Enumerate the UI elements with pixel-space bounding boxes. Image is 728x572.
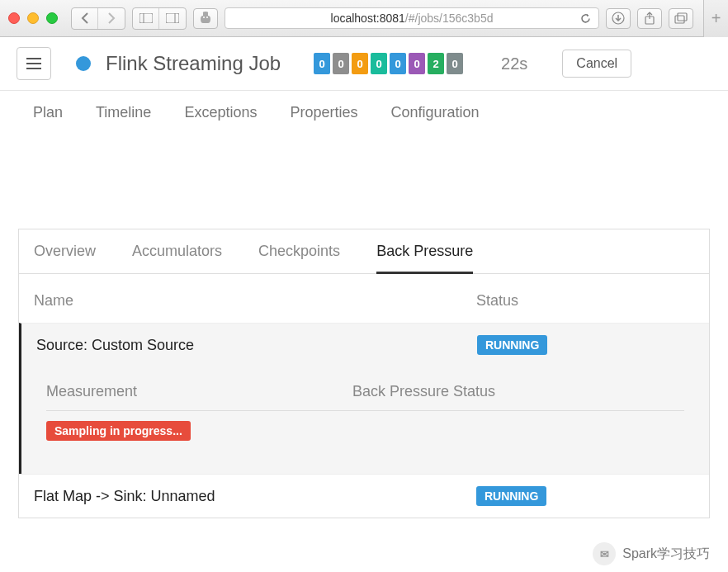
- close-window-icon[interactable]: [8, 12, 20, 24]
- column-status: Status: [476, 292, 694, 310]
- watermark-text: Spark学习技巧: [622, 546, 710, 563]
- browser-toolbar: localhost:8081/#/jobs/156c3b5d +: [0, 0, 728, 37]
- counter-cell: 0: [390, 53, 406, 74]
- menu-button[interactable]: [17, 47, 51, 80]
- watermark: ✉ Spark学习技巧: [593, 542, 710, 565]
- counter-cell: 0: [447, 53, 463, 74]
- inner-col-bp-status: Back Pressure Status: [352, 383, 495, 400]
- column-name: Name: [34, 292, 476, 310]
- job-tab-plan[interactable]: Plan: [33, 104, 63, 121]
- share-icon[interactable]: [637, 8, 662, 29]
- sub-tab-accumulators[interactable]: Accumulators: [132, 243, 222, 273]
- svg-rect-8: [675, 16, 684, 23]
- svg-rect-2: [166, 13, 179, 23]
- app-header: Flink Streaming Job 00000020 22s Cancel: [0, 37, 728, 91]
- sampling-area: Sampling in progress...: [19, 411, 709, 474]
- minimize-window-icon[interactable]: [27, 12, 39, 24]
- status-badge: RUNNING: [476, 486, 546, 506]
- counter-cell: 2: [428, 53, 444, 74]
- inner-col-measurement: Measurement: [46, 383, 352, 400]
- watermark-icon: ✉: [593, 542, 616, 565]
- nav-buttons: [71, 7, 125, 30]
- job-tab-properties[interactable]: Properties: [290, 104, 357, 121]
- svg-rect-0: [139, 13, 153, 23]
- job-title: Flink Streaming Job: [106, 52, 281, 75]
- operator-name: Source: Custom Source: [36, 337, 477, 354]
- sub-tab-checkpoints[interactable]: Checkpoints: [258, 243, 340, 273]
- new-tab-button[interactable]: +: [703, 0, 728, 37]
- counter-cell: 0: [333, 53, 349, 74]
- downloads-icon[interactable]: [606, 8, 631, 29]
- sub-tab-back-pressure[interactable]: Back Pressure: [376, 243, 473, 274]
- url-host: localhost:8081: [331, 12, 405, 25]
- tabs-icon[interactable]: [669, 8, 693, 29]
- job-tabs: PlanTimelineExceptionsPropertiesConfigur…: [0, 91, 728, 135]
- job-tab-exceptions[interactable]: Exceptions: [184, 104, 257, 121]
- operator-subtabs: OverviewAccumulatorsCheckpointsBack Pres…: [19, 229, 709, 274]
- cancel-button[interactable]: Cancel: [562, 50, 631, 78]
- sub-tab-overview[interactable]: Overview: [34, 243, 96, 273]
- counter-cell: 0: [409, 53, 425, 74]
- sidebar-buttons: [132, 7, 187, 30]
- window-controls: [8, 12, 58, 24]
- column-headers: Name Status: [19, 274, 709, 323]
- operator-row[interactable]: Flat Map -> Sink: Unnamed RUNNING: [19, 474, 709, 518]
- task-counters: 00000020: [314, 53, 463, 74]
- svg-point-4: [203, 17, 205, 18]
- inner-column-headers: Measurement Back Pressure Status: [19, 366, 709, 410]
- url-path: /#/jobs/156c3b5d: [405, 12, 494, 25]
- operator-name: Flat Map -> Sink: Unnamed: [34, 488, 476, 505]
- plan-preview-area: [18, 135, 710, 209]
- url-bar[interactable]: localhost:8081/#/jobs/156c3b5d: [225, 7, 599, 29]
- reload-icon[interactable]: [579, 12, 592, 25]
- sampling-badge: Sampling in progress...: [46, 421, 191, 441]
- svg-point-5: [206, 17, 208, 18]
- job-status-dot-icon: [76, 56, 91, 71]
- svg-rect-9: [678, 13, 687, 21]
- counter-cell: 0: [352, 53, 368, 74]
- job-tab-configuration[interactable]: Configuration: [391, 104, 480, 121]
- sidebar-toggle-icon[interactable]: [133, 8, 159, 29]
- forward-button[interactable]: [98, 8, 125, 29]
- job-duration: 22s: [501, 54, 527, 73]
- operator-panel: OverviewAccumulatorsCheckpointsBack Pres…: [18, 229, 710, 518]
- reader-toggle-icon[interactable]: [159, 8, 186, 29]
- counter-cell: 0: [371, 53, 387, 74]
- status-badge: RUNNING: [477, 335, 547, 355]
- counter-cell: 0: [314, 53, 330, 74]
- operator-row[interactable]: Source: Custom Source RUNNING: [19, 323, 709, 366]
- maximize-window-icon[interactable]: [46, 12, 58, 24]
- job-tab-timeline[interactable]: Timeline: [96, 104, 151, 121]
- extension-icon[interactable]: [193, 8, 218, 29]
- back-button[interactable]: [72, 8, 98, 29]
